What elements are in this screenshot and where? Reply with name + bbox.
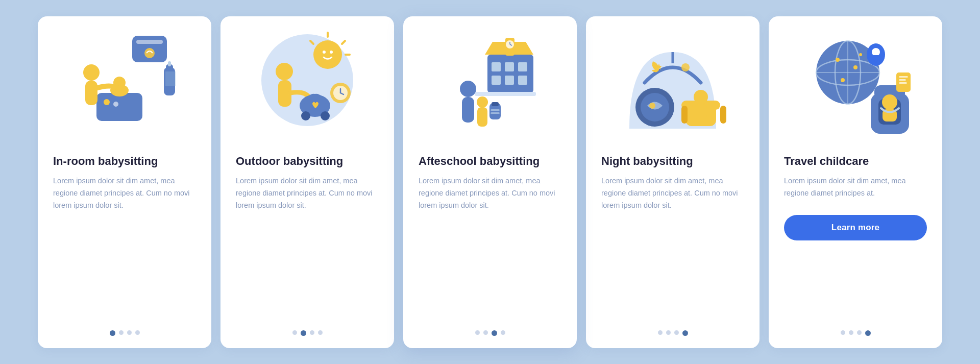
dot-3 bbox=[127, 330, 132, 335]
card-body-travel: Lorem ipsum dolor sit dim amet, mea regi… bbox=[784, 175, 927, 200]
svg-point-15 bbox=[313, 40, 342, 69]
card-body-night: Lorem ipsum dolor sit dim amet, mea regi… bbox=[601, 175, 744, 212]
svg-rect-37 bbox=[492, 62, 501, 71]
svg-point-70 bbox=[853, 65, 857, 69]
card-title-in-room: In-room babysitting bbox=[53, 154, 158, 168]
svg-rect-43 bbox=[475, 92, 536, 96]
svg-rect-63 bbox=[695, 104, 707, 119]
svg-point-25 bbox=[301, 111, 310, 120]
svg-rect-38 bbox=[505, 62, 514, 71]
dot-4 bbox=[318, 330, 323, 335]
learn-more-button[interactable]: Learn more bbox=[784, 215, 927, 240]
svg-rect-45 bbox=[462, 97, 474, 123]
svg-point-79 bbox=[882, 94, 897, 110]
dot-1-active bbox=[110, 330, 115, 336]
card-illustration-outdoor bbox=[220, 16, 394, 154]
svg-rect-6 bbox=[165, 71, 176, 86]
card-content-in-room: In-room babysitting Lorem ipsum dolor si… bbox=[38, 154, 211, 336]
card-night: Night babysitting Lorem ipsum dolor sit … bbox=[586, 16, 760, 348]
dot-3 bbox=[857, 330, 862, 335]
svg-point-46 bbox=[477, 96, 488, 108]
card-body-outdoor: Lorem ipsum dolor sit dim amet, mea regi… bbox=[236, 175, 379, 212]
svg-point-2 bbox=[144, 48, 155, 58]
card-dots-outdoor bbox=[236, 321, 379, 336]
svg-rect-49 bbox=[492, 102, 499, 106]
card-illustration-travel bbox=[769, 16, 942, 154]
card-dots-afterschool bbox=[419, 321, 561, 336]
dot-1 bbox=[658, 330, 663, 335]
dot-2 bbox=[666, 330, 671, 335]
svg-rect-61 bbox=[720, 106, 726, 124]
svg-point-62 bbox=[694, 90, 708, 104]
svg-rect-82 bbox=[899, 76, 908, 78]
cards-container: In-room babysitting Lorem ipsum dolor si… bbox=[21, 2, 959, 362]
svg-point-12 bbox=[104, 99, 110, 105]
card-dots-in-room bbox=[53, 321, 196, 336]
svg-rect-60 bbox=[681, 106, 688, 124]
dot-2-active bbox=[301, 330, 306, 336]
svg-rect-50 bbox=[491, 109, 500, 111]
card-afterschool: Afteschool babysitting Lorem ipsum dolor… bbox=[403, 16, 577, 348]
card-content-afterschool: Afteschool babysitting Lorem ipsum dolor… bbox=[403, 154, 577, 336]
svg-rect-51 bbox=[491, 112, 500, 114]
svg-point-54 bbox=[681, 63, 690, 71]
svg-point-44 bbox=[460, 81, 476, 97]
svg-rect-7 bbox=[96, 93, 142, 121]
dot-4 bbox=[501, 330, 505, 335]
dot-3 bbox=[310, 330, 314, 335]
card-dots-night bbox=[601, 321, 744, 336]
svg-rect-31 bbox=[487, 55, 533, 93]
svg-point-69 bbox=[836, 58, 840, 62]
svg-point-26 bbox=[321, 111, 330, 120]
svg-rect-41 bbox=[505, 76, 514, 85]
dot-3-active bbox=[492, 330, 497, 336]
svg-point-74 bbox=[872, 48, 880, 56]
dot-1 bbox=[841, 330, 845, 335]
svg-point-13 bbox=[113, 102, 118, 107]
svg-rect-42 bbox=[518, 76, 527, 85]
card-illustration-afterschool bbox=[403, 16, 577, 154]
card-illustration-night bbox=[586, 16, 760, 154]
card-body-afterschool: Lorem ipsum dolor sit dim amet, mea regi… bbox=[419, 175, 561, 212]
card-in-room: In-room babysitting Lorem ipsum dolor si… bbox=[38, 16, 211, 348]
card-dots-travel bbox=[784, 321, 927, 336]
svg-rect-47 bbox=[477, 107, 487, 127]
card-travel: Travel childcare Lorem ipsum dolor sit d… bbox=[769, 16, 942, 348]
svg-rect-1 bbox=[136, 40, 163, 44]
svg-rect-11 bbox=[85, 81, 97, 105]
svg-point-21 bbox=[330, 51, 333, 54]
svg-point-10 bbox=[83, 64, 100, 81]
dot-2 bbox=[483, 330, 488, 335]
svg-point-20 bbox=[323, 51, 326, 54]
svg-rect-40 bbox=[492, 76, 501, 85]
card-title-outdoor: Outdoor babysitting bbox=[236, 154, 343, 168]
dot-4 bbox=[135, 330, 140, 335]
card-content-travel: Travel childcare Lorem ipsum dolor sit d… bbox=[769, 154, 942, 336]
card-content-night: Night babysitting Lorem ipsum dolor sit … bbox=[586, 154, 760, 336]
svg-rect-83 bbox=[899, 79, 906, 81]
svg-rect-5 bbox=[168, 61, 171, 66]
svg-point-57 bbox=[649, 103, 655, 109]
card-title-night: Night babysitting bbox=[601, 154, 693, 168]
svg-rect-39 bbox=[518, 62, 527, 71]
dot-1 bbox=[475, 330, 480, 335]
card-content-outdoor: Outdoor babysitting Lorem ipsum dolor si… bbox=[220, 154, 394, 336]
dot-1 bbox=[292, 330, 297, 335]
card-title-travel: Travel childcare bbox=[784, 154, 869, 168]
dot-4-active bbox=[682, 330, 688, 336]
card-title-afterschool: Afteschool babysitting bbox=[419, 154, 540, 168]
svg-line-17 bbox=[342, 41, 345, 44]
card-body-in-room: Lorem ipsum dolor sit dim amet, mea regi… bbox=[53, 175, 196, 212]
dot-3 bbox=[674, 330, 679, 335]
dot-2 bbox=[119, 330, 124, 335]
svg-point-22 bbox=[276, 63, 293, 80]
dot-4-active bbox=[865, 330, 871, 336]
svg-point-72 bbox=[859, 53, 862, 56]
svg-rect-84 bbox=[899, 82, 907, 84]
svg-point-71 bbox=[841, 78, 845, 82]
dot-2 bbox=[849, 330, 853, 335]
card-illustration-in-room bbox=[38, 16, 211, 154]
card-outdoor: Outdoor babysitting Lorem ipsum dolor si… bbox=[220, 16, 394, 348]
